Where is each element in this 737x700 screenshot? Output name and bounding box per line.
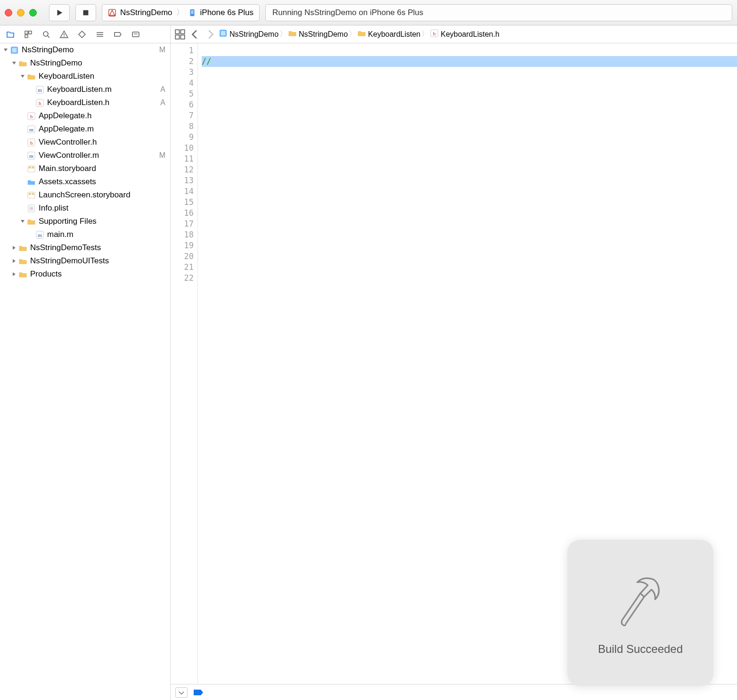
jumpbar-separator: 〉: [278, 29, 288, 39]
test-navigator-tab[interactable]: [74, 27, 90, 42]
jumpbar-segment[interactable]: NsStringDemo: [219, 29, 278, 40]
m-icon: m: [35, 85, 44, 94]
project-navigator-tab[interactable]: [2, 27, 19, 42]
jumpbar-segment-label: NsStringDemo: [299, 30, 348, 39]
svg-text:m: m: [29, 153, 33, 159]
svg-marker-21: [21, 75, 25, 78]
minimize-window-button[interactable]: [17, 9, 25, 16]
tree-row[interactable]: mmain.m: [0, 228, 170, 241]
tree-row[interactable]: Products: [0, 268, 170, 281]
svg-rect-1: [83, 10, 89, 15]
tree-row-label: NsStringDemoUITests: [30, 256, 165, 266]
line-number-gutter: 12345678910111213141516171819202122: [171, 43, 198, 684]
svg-rect-35: [29, 166, 31, 168]
tree-row-label: LaunchScreen.storyboard: [39, 190, 165, 200]
related-items-icon[interactable]: [173, 28, 187, 41]
disclosure-triangle-icon[interactable]: [11, 258, 17, 264]
svg-text:h: h: [39, 100, 41, 106]
svg-rect-36: [32, 166, 34, 168]
status-text: Running NsStringDemo on iPhone 6s Plus: [272, 8, 423, 17]
svg-text:m: m: [29, 127, 33, 132]
tree-row[interactable]: Main.storyboard: [0, 162, 170, 175]
svg-rect-39: [32, 193, 34, 195]
folder-icon: [18, 59, 27, 68]
m-icon: m: [35, 230, 44, 239]
file-tree[interactable]: NsStringDemoMNsStringDemoKeyboardListenm…: [0, 43, 170, 700]
svg-rect-53: [180, 35, 184, 39]
folder-icon: [18, 257, 27, 266]
svg-rect-7: [25, 35, 28, 38]
jumpbar-segment-label: KeyboardListen.h: [441, 30, 500, 39]
svg-rect-5: [25, 31, 28, 34]
run-button[interactable]: [49, 4, 70, 21]
hammer-icon: [610, 570, 671, 631]
stop-button[interactable]: [75, 4, 96, 21]
h-icon: h: [27, 112, 36, 121]
tree-row[interactable]: NsStringDemoTests: [0, 241, 170, 254]
folder-icon: [18, 270, 27, 279]
symbol-navigator-tab[interactable]: [20, 27, 37, 42]
hud-text: Build Succeeded: [598, 643, 683, 656]
assets-icon: [27, 178, 36, 187]
svg-rect-15: [132, 32, 139, 37]
tree-row[interactable]: Info.plist: [0, 202, 170, 215]
svg-text:m: m: [38, 87, 42, 93]
tree-row[interactable]: Assets.xcassets: [0, 175, 170, 188]
scheme-device-label: iPhone 6s Plus: [200, 8, 254, 17]
disclosure-triangle-icon[interactable]: [20, 219, 25, 224]
svg-marker-44: [21, 220, 25, 223]
debug-navigator-tab[interactable]: [91, 27, 108, 42]
tree-row[interactable]: Supporting Files: [0, 215, 170, 228]
jumpbar-segment[interactable]: hKeyboardListen.h: [430, 29, 500, 40]
m-icon: m: [27, 125, 36, 134]
disclosure-triangle-icon[interactable]: [11, 245, 17, 251]
jumpbar-segment-label: KeyboardListen: [368, 30, 420, 39]
breakpoint-navigator-tab[interactable]: [109, 27, 126, 42]
back-button[interactable]: [188, 28, 202, 41]
jumpbar-segment-label: NsStringDemo: [229, 30, 278, 39]
m-icon: m: [27, 151, 36, 160]
jumpbar-segment[interactable]: KeyboardListen: [357, 29, 420, 40]
zoom-window-button[interactable]: [29, 9, 37, 16]
scheme-selector[interactable]: NsStringDemo 〉 iPhone 6s Plus: [102, 4, 260, 21]
tree-row[interactable]: hKeyboardListen.hA: [0, 96, 170, 109]
svg-marker-48: [13, 259, 16, 263]
svg-marker-17: [4, 49, 8, 51]
svg-rect-51: [180, 30, 184, 33]
tree-row[interactable]: NsStringDemoUITests: [0, 254, 170, 268]
close-window-button[interactable]: [5, 9, 12, 16]
disclosure-triangle-icon[interactable]: [3, 47, 8, 53]
tree-row[interactable]: hAppDelegate.h: [0, 109, 170, 122]
folder-icon: [27, 72, 36, 81]
tree-row-label: Products: [30, 269, 165, 279]
forward-button[interactable]: [204, 28, 217, 41]
tree-row[interactable]: NsStringDemoM: [0, 43, 170, 57]
scm-status-badge: A: [160, 98, 165, 107]
svg-rect-38: [29, 193, 31, 195]
filter-toggle[interactable]: [175, 687, 188, 698]
jumpbar-segment[interactable]: NsStringDemo: [288, 29, 348, 40]
storyboard-icon: [27, 164, 36, 173]
tree-row[interactable]: KeyboardListen: [0, 70, 170, 83]
find-navigator-tab[interactable]: [38, 27, 55, 42]
h-icon: h: [430, 29, 439, 40]
disclosure-triangle-icon[interactable]: [11, 271, 17, 277]
tree-row[interactable]: hViewController.h: [0, 136, 170, 149]
traffic-lights: [5, 9, 37, 16]
tree-row[interactable]: LaunchScreen.storyboard: [0, 188, 170, 202]
breakpoint-indicator-icon[interactable]: [192, 687, 205, 698]
navigator-tabbar: [0, 25, 170, 43]
tree-row[interactable]: mViewController.mM: [0, 149, 170, 162]
activity-status-bar: Running NsStringDemo on iPhone 6s Plus: [265, 4, 732, 21]
svg-rect-50: [175, 30, 179, 33]
svg-text:h: h: [433, 31, 436, 36]
tree-row[interactable]: NsStringDemo: [0, 57, 170, 70]
tree-row-label: main.m: [47, 230, 165, 239]
tree-row[interactable]: mKeyboardListen.mA: [0, 83, 170, 96]
disclosure-triangle-icon[interactable]: [11, 60, 17, 66]
disclosure-triangle-icon[interactable]: [20, 73, 25, 79]
issue-navigator-tab[interactable]: [56, 27, 73, 42]
report-navigator-tab[interactable]: [127, 27, 144, 42]
tree-row[interactable]: mAppDelegate.m: [0, 122, 170, 136]
svg-text:h: h: [30, 114, 33, 119]
